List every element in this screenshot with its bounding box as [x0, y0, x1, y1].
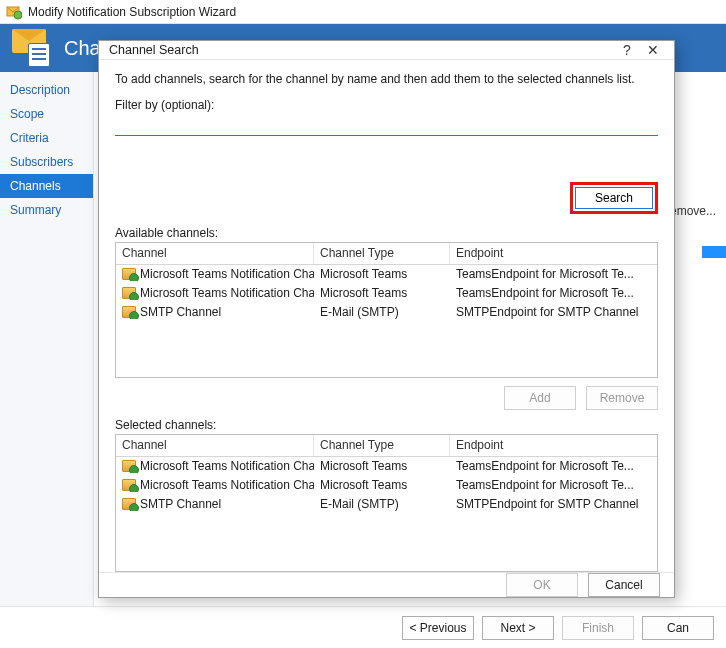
sidebar-item-description[interactable]: Description: [0, 78, 93, 102]
channel-endpoint: TeamsEndpoint for Microsoft Te...: [450, 478, 657, 492]
wizard-banner-title: Cha: [64, 37, 101, 60]
channel-name: Microsoft Teams Notification Channel: [140, 459, 314, 473]
table-row[interactable]: Microsoft Teams Notification ChannelMicr…: [116, 457, 657, 476]
col-endpoint[interactable]: Endpoint: [450, 435, 657, 456]
next-button[interactable]: Next >: [482, 616, 554, 640]
channel-type: Microsoft Teams: [314, 286, 450, 300]
dialog-footer: OK Cancel: [99, 572, 674, 597]
channel-type: E-Mail (SMTP): [314, 497, 450, 511]
table-row[interactable]: Microsoft Teams Notification Chann...Mic…: [116, 284, 657, 303]
channel-endpoint: TeamsEndpoint for Microsoft Te...: [450, 286, 657, 300]
col-channel-type[interactable]: Channel Type: [314, 243, 450, 264]
channel-type: Microsoft Teams: [314, 267, 450, 281]
selected-channels-grid[interactable]: Channel Channel Type Endpoint Microsoft …: [115, 434, 658, 572]
table-row[interactable]: SMTP ChannelE-Mail (SMTP)SMTPEndpoint fo…: [116, 303, 657, 322]
channel-endpoint: TeamsEndpoint for Microsoft Te...: [450, 459, 657, 473]
filter-label: Filter by (optional):: [115, 98, 658, 112]
sidebar-item-subscribers[interactable]: Subscribers: [0, 150, 93, 174]
wizard-app-icon: [6, 4, 22, 20]
available-channels-grid[interactable]: Channel Channel Type Endpoint Microsoft …: [115, 242, 658, 378]
channel-icon: [122, 498, 136, 510]
sidebar-item-scope[interactable]: Scope: [0, 102, 93, 126]
channel-name: SMTP Channel: [140, 497, 221, 511]
table-row[interactable]: Microsoft Teams Notification ChannelMicr…: [116, 265, 657, 284]
channel-endpoint: TeamsEndpoint for Microsoft Te...: [450, 267, 657, 281]
sidebar-item-channels[interactable]: Channels: [0, 174, 93, 198]
col-endpoint[interactable]: Endpoint: [450, 243, 657, 264]
table-row[interactable]: SMTP ChannelE-Mail (SMTP)SMTPEndpoint fo…: [116, 495, 657, 514]
previous-button[interactable]: < Previous: [402, 616, 474, 640]
available-channels-label: Available channels:: [115, 226, 658, 240]
svg-point-1: [14, 11, 22, 19]
channel-name: Microsoft Teams Notification Channel: [140, 267, 314, 281]
col-channel[interactable]: Channel: [116, 243, 314, 264]
remove-button: Remove: [586, 386, 658, 410]
channel-endpoint: SMTPEndpoint for SMTP Channel: [450, 305, 657, 319]
selection-strip: [702, 246, 726, 258]
wizard-title-text: Modify Notification Subscription Wizard: [28, 5, 236, 19]
finish-button: Finish: [562, 616, 634, 640]
channel-search-dialog: Channel Search ? ✕ To add channels, sear…: [98, 40, 675, 598]
channel-icon: [122, 479, 136, 491]
sidebar-item-criteria[interactable]: Criteria: [0, 126, 93, 150]
col-channel-type[interactable]: Channel Type: [314, 435, 450, 456]
dialog-titlebar: Channel Search ? ✕: [99, 41, 674, 60]
cancel-dialog-button[interactable]: Cancel: [588, 573, 660, 597]
add-button: Add: [504, 386, 576, 410]
wizard-banner-icon: [12, 29, 52, 67]
dialog-instructions: To add channels, search for the channel …: [115, 72, 658, 86]
col-channel[interactable]: Channel: [116, 435, 314, 456]
dialog-title-text: Channel Search: [109, 43, 614, 57]
channel-endpoint: SMTPEndpoint for SMTP Channel: [450, 497, 657, 511]
wizard-nav: DescriptionScopeCriteriaSubscribersChann…: [0, 72, 94, 606]
selected-channels-label: Selected channels:: [115, 418, 658, 432]
filter-input[interactable]: [115, 114, 658, 136]
ok-button: OK: [506, 573, 578, 597]
channel-type: Microsoft Teams: [314, 459, 450, 473]
search-highlight-box: Search: [570, 182, 658, 214]
channel-name: SMTP Channel: [140, 305, 221, 319]
table-row[interactable]: Microsoft Teams Notification Chann...Mic…: [116, 476, 657, 495]
channel-name: Microsoft Teams Notification Chann...: [140, 478, 314, 492]
channel-icon: [122, 287, 136, 299]
channel-type: E-Mail (SMTP): [314, 305, 450, 319]
wizard-footer: < Previous Next > Finish Can: [0, 606, 726, 648]
available-grid-header: Channel Channel Type Endpoint: [116, 243, 657, 265]
sidebar-item-summary[interactable]: Summary: [0, 198, 93, 222]
cancel-wizard-button[interactable]: Can: [642, 616, 714, 640]
channel-icon: [122, 306, 136, 318]
help-icon[interactable]: ?: [614, 42, 640, 58]
channel-name: Microsoft Teams Notification Chann...: [140, 286, 314, 300]
channel-type: Microsoft Teams: [314, 478, 450, 492]
channel-icon: [122, 268, 136, 280]
wizard-titlebar: Modify Notification Subscription Wizard: [0, 0, 726, 24]
selected-grid-header: Channel Channel Type Endpoint: [116, 435, 657, 457]
search-button[interactable]: Search: [575, 187, 653, 209]
channel-icon: [122, 460, 136, 472]
close-icon[interactable]: ✕: [640, 42, 666, 58]
